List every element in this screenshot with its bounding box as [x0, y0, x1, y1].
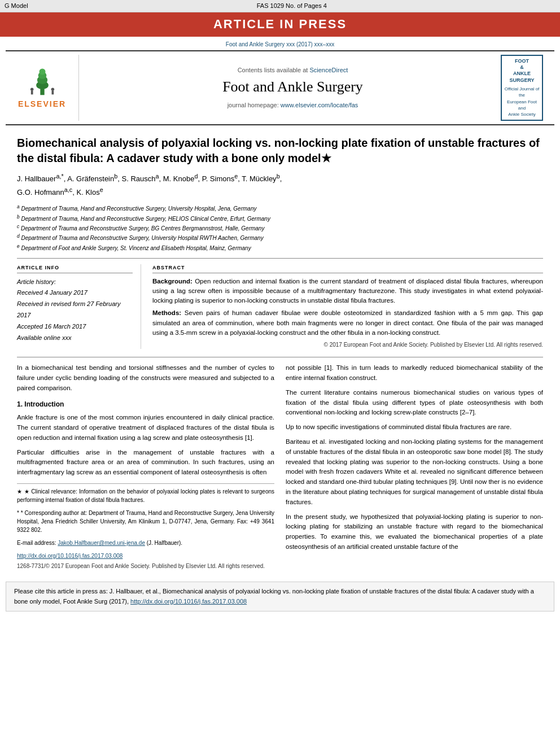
body-present-study-para: In the present study, we hypothesized th… — [286, 512, 543, 552]
body-up-to-now-para: Up to now specific investigations of com… — [286, 422, 543, 433]
abstract-methods: Methods: Seven pairs of human cadaver fi… — [152, 308, 543, 338]
journal-center: Contents lists available at ScienceDirec… — [85, 55, 501, 121]
body-current-literature-para: The current literature contains numerous… — [286, 388, 543, 418]
email-link[interactable]: Jakob.Halfbauer@med.uni-jena.de — [58, 540, 145, 546]
accepted-date: Accepted 16 March 2017 — [17, 321, 133, 333]
elsevier-logo: ELSEVIER — [11, 55, 79, 121]
footnote-star: ★ ★ Clinical relevance: Information on t… — [17, 487, 274, 504]
affiliation-d: d Department of Trauma and Reconstructiv… — [17, 233, 543, 242]
svg-rect-8 — [51, 91, 54, 94]
footnote-email: E-mail address: Jakob.Halfbauer@med.uni-… — [17, 539, 274, 547]
main-content: Biomechanical analysis of polyaxial lock… — [0, 125, 560, 576]
svg-point-7 — [51, 88, 54, 91]
journal-logo-surgery-label: SURGERY — [509, 77, 534, 84]
author-sup-ac: a,c — [64, 186, 72, 193]
journal-header: ELSEVIER Contents lists available at Sci… — [6, 50, 554, 125]
background-text: Open reduction and internal fixation is … — [152, 278, 543, 304]
body-right-col: not possible [1]. This in turn leads to … — [286, 363, 543, 570]
abstract-text: Background: Open reduction and internal … — [152, 277, 543, 338]
intro-heading: 1. Introduction — [17, 399, 274, 410]
journal-logo-box: FOOT&ANKLE SURGERY Official Journal of t… — [501, 55, 543, 121]
article-info-col: ARTICLE INFO Article history: Received 4… — [17, 264, 141, 349]
copyright-line: © 2017 European Foot and Ankle Society. … — [152, 341, 543, 349]
svg-rect-0 — [40, 89, 44, 95]
affiliations: a Department of Trauma, Hand and Reconst… — [17, 203, 543, 259]
info-abstract-section: ARTICLE INFO Article history: Received 4… — [17, 264, 543, 349]
author-sup-a: a,* — [56, 173, 63, 180]
author-sup-b: b — [114, 173, 117, 180]
citation-text: Please cite this article in press as: J.… — [14, 588, 534, 605]
revised-date: Received in revised form 27 February 201… — [17, 299, 133, 321]
elsevier-wordmark: ELSEVIER — [18, 99, 66, 110]
footnote-corresponding: * * Corresponding author at: Department … — [17, 509, 274, 534]
footnote-area: ★ ★ Clinical relevance: Information on t… — [17, 483, 274, 570]
affiliation-c: c Department of Trauma and Reconstructiv… — [17, 223, 543, 233]
footer-citation: Please cite this article in press as: J.… — [6, 582, 554, 611]
doi-link[interactable]: http://dx.doi.org/10.1016/j.fas.2017.03.… — [17, 553, 123, 559]
abstract-label: ABSTRACT — [152, 264, 543, 273]
methods-text: Seven pairs of human cadaver fibulae wer… — [152, 309, 543, 336]
journal-logo-small-print: Official Journal of theEuropean Foot and… — [504, 86, 540, 117]
top-banner: G Model FAS 1029 No. of Pages 4 — [0, 0, 560, 12]
article-history-label: Article history: — [17, 277, 133, 288]
article-title: Biomechanical analysis of polyaxial lock… — [17, 136, 543, 166]
issn-line: 1268-7731/© 2017 European Foot and Ankle… — [17, 562, 274, 570]
author-sup-d: d — [194, 173, 198, 180]
homepage-line: journal homepage: www.elsevier.com/locat… — [228, 101, 358, 110]
abstract-col: ABSTRACT Background: Open reduction and … — [152, 264, 543, 349]
elsevier-tree-icon — [20, 65, 65, 97]
abstract-background: Background: Open reduction and internal … — [152, 277, 543, 306]
affiliation-a: a Department of Trauma, Hand and Reconst… — [17, 203, 543, 213]
body-difficulties-para: Particular difficulties arise in the man… — [17, 448, 274, 478]
body-intro-para: In a biomechanical test bending and tors… — [17, 363, 274, 393]
svg-point-5 — [30, 88, 33, 91]
received-date: Received 4 January 2017 — [17, 287, 133, 299]
article-info-label: ARTICLE INFO — [17, 264, 133, 273]
available-online: Available online xxx — [17, 333, 133, 344]
journal-logo-foot-label: FOOT&ANKLE — [513, 58, 531, 76]
homepage-url-link[interactable]: www.elsevier.com/locate/fas — [281, 102, 358, 108]
page-count-label: FAS 1029 No. of Pages 4 — [257, 2, 327, 10]
bottom-doi-link: http://dx.doi.org/10.1016/j.fas.2017.03.… — [17, 552, 274, 560]
sciencedirect-link[interactable]: ScienceDirect — [309, 67, 348, 73]
contents-line: Contents lists available at ScienceDirec… — [238, 66, 348, 75]
body-section: In a biomechanical test bending and tors… — [17, 357, 543, 570]
g-model-label: G Model — [5, 2, 28, 10]
journal-title: Foot and Ankle Surgery — [222, 77, 363, 97]
methods-label: Methods: — [152, 309, 181, 316]
authors-line: J. Hallbauera,*, A. Gräfensteinb, S. Rau… — [17, 172, 543, 199]
affiliation-b: b Department of Trauma, Hand and Reconst… — [17, 213, 543, 223]
body-left-col: In a biomechanical test bending and tors… — [17, 363, 274, 570]
body-ankle-fracture-para: Ankle fracture is one of the most common… — [17, 413, 274, 443]
svg-rect-6 — [30, 91, 33, 94]
author-sup-b2: b — [277, 173, 280, 180]
background-label: Background: — [152, 278, 193, 285]
author-sup-e: e — [234, 173, 238, 180]
article-history: Article history: Received 4 January 2017… — [17, 277, 133, 344]
citation-doi-link[interactable]: http://dx.doi.org/10.1016/j.fas.2017.03.… — [130, 598, 247, 605]
article-in-press-banner: ARTICLE IN PRESS — [0, 12, 560, 37]
affiliation-e: e Department of Foot and Ankle Surgery, … — [17, 243, 543, 252]
body-bariteau-para: Bariteau et al. investigated locking and… — [286, 437, 543, 508]
author-sup-a2: a — [155, 173, 159, 180]
doi-top-line: Foot and Ankle Surgery xxx (2017) xxx–xx… — [0, 39, 560, 50]
svg-point-4 — [39, 69, 45, 75]
author-sup-e2: e — [100, 186, 103, 193]
body-not-possible-para: not possible [1]. This in turn leads to … — [286, 363, 543, 383]
